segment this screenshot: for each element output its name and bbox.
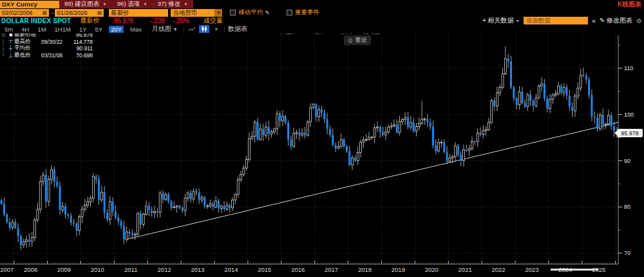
- svg-text:2020: 2020: [425, 266, 439, 273]
- volume-label: 成交量: [204, 16, 223, 25]
- svg-text:2010: 2010: [91, 266, 104, 273]
- period-button-1H1M[interactable]: 1H1M: [53, 26, 73, 33]
- modify-chart-label: 修改图表: [607, 17, 632, 24]
- svg-text:70: 70: [624, 250, 630, 256]
- period-button-5Y[interactable]: 5Y: [93, 26, 105, 33]
- reset-icon: ⊙: [348, 37, 353, 44]
- period-toolbar: 5m4H1M1H1M1Y5Y20YMax 月线图 ▼ | ▼ | 数据表: [0, 24, 644, 33]
- legend-row-low[interactable]: └ ⊥ 最低价 03/31/08 70.698: [1, 52, 93, 59]
- high-marker-icon: ⊤: [7, 39, 14, 45]
- bloomberg-chart-window: DXY Curncy 99) 建议图表 ▼96) 选项 ▼97) 修改 ▼ K线…: [0, 0, 644, 277]
- svg-text:2017: 2017: [325, 266, 338, 273]
- period-button-5m[interactable]: 5m: [3, 26, 15, 33]
- last-price-label: 最新价: [80, 16, 99, 25]
- legend-value: 90.911: [68, 45, 93, 52]
- add-data-input[interactable]: 添加数据: [524, 17, 588, 24]
- field-selector[interactable]: 最新价: [109, 9, 168, 17]
- period-button-Max[interactable]: Max: [128, 26, 144, 33]
- chevron-down-icon[interactable]: ▼: [214, 9, 222, 17]
- ticker-input[interactable]: DXY Curncy: [0, 1, 59, 8]
- mean-marker-icon: ┼: [7, 45, 14, 52]
- legend-date: 09/30/22: [41, 39, 68, 45]
- chart-interval-label: 月线图: [152, 25, 171, 32]
- svg-text:2012: 2012: [158, 266, 171, 273]
- checkbox-icon[interactable]: [287, 10, 292, 15]
- calendar-icon[interactable]: ▦: [97, 9, 102, 17]
- svg-text:2008: 2008: [24, 266, 37, 273]
- period-buttons: 5m4H1M1H1M1Y5Y20YMax: [3, 26, 148, 33]
- moving-average-label: 移动平均: [238, 8, 263, 17]
- key-events-label: 重要事件: [295, 8, 319, 17]
- last-price-value: 95.978: [113, 17, 133, 24]
- date-to-value: 01/28/2026: [57, 9, 88, 17]
- chevron-down-icon: ▼: [102, 2, 107, 6]
- date-range-dash: -: [52, 9, 53, 16]
- tree-connector: └: [1, 52, 7, 58]
- reset-button[interactable]: ⊙重设: [344, 35, 371, 45]
- chart-style-dropdown[interactable]: ▼: [214, 27, 218, 32]
- edit-chart-button[interactable]: ✎ 修改图表: [600, 16, 632, 25]
- svg-text:110: 110: [624, 65, 633, 72]
- tree-connector: ├: [1, 39, 7, 44]
- chart-actions-cluster: + 相关数据 ▼ 添加数据 « ✎ 修改图表 ⚙: [482, 16, 642, 25]
- menu-bar: 99) 建议图表 ▼96) 选项 ▼97) 修改 ▼: [59, 0, 193, 8]
- line-chart-icon[interactable]: [187, 25, 197, 33]
- candle-chart-icon[interactable]: [199, 25, 209, 33]
- svg-text:2014: 2014: [224, 266, 238, 273]
- quote-row: DOLLAR INDEX SPOT 最新价 95.978 -.239 -.25%…: [0, 17, 644, 24]
- chart-interval-dropdown[interactable]: 月线图 ▼: [152, 24, 178, 33]
- change-percent: -.25%: [173, 17, 189, 24]
- menu-item-2[interactable]: 97) 修改 ▼: [158, 0, 188, 8]
- moving-average-toggle[interactable]: 移动平均 ✎: [230, 8, 270, 17]
- legend-value: 114.778: [68, 39, 93, 45]
- svg-text:90: 90: [624, 158, 630, 164]
- divider: |: [183, 26, 185, 33]
- svg-text:2015: 2015: [258, 266, 271, 273]
- gear-icon[interactable]: ⚙: [636, 17, 642, 24]
- svg-text:2016: 2016: [291, 266, 305, 273]
- svg-text:2009: 2009: [57, 266, 71, 273]
- divider: |: [223, 26, 225, 33]
- period-button-1M[interactable]: 1M: [35, 26, 48, 33]
- menu-item-1[interactable]: 96) 选项 ▼: [117, 0, 147, 8]
- svg-text:2007: 2007: [0, 266, 14, 273]
- related-data-label: 相关数据: [488, 17, 514, 24]
- svg-text:2013: 2013: [191, 266, 204, 273]
- period-button-1Y[interactable]: 1Y: [77, 26, 89, 33]
- chevron-down-icon: ▼: [143, 2, 147, 6]
- legend-value: 70.698: [68, 52, 93, 59]
- security-name: DOLLAR INDEX SPOT: [1, 17, 71, 24]
- collapse-panel-button[interactable]: «: [592, 17, 596, 24]
- pencil-icon[interactable]: ✎: [265, 10, 270, 16]
- date-from-value: 02/02/2006: [2, 9, 33, 17]
- legend-date: 03/31/08: [41, 52, 68, 59]
- currency-selector[interactable]: 当地货币: [171, 9, 214, 17]
- period-button-4H[interactable]: 4H: [19, 26, 31, 33]
- svg-text:100: 100: [624, 111, 634, 118]
- svg-text:95.978: 95.978: [621, 130, 639, 137]
- svg-text:2022: 2022: [491, 266, 505, 273]
- checkbox-icon[interactable]: [230, 10, 236, 15]
- tree-connector: ├: [1, 46, 7, 52]
- date-to-input[interactable]: 01/28/2026 ▦: [55, 9, 104, 17]
- svg-text:2011: 2011: [124, 266, 137, 273]
- related-data-dropdown[interactable]: + 相关数据 ▼: [482, 16, 520, 25]
- period-button-20Y[interactable]: 20Y: [109, 26, 124, 33]
- price-chart-canvas[interactable]: 7080901001102007200820092010201120122013…: [0, 0, 644, 277]
- calendar-icon[interactable]: ▦: [42, 9, 47, 17]
- reset-label: 重设: [355, 36, 367, 44]
- svg-text:80: 80: [624, 204, 630, 210]
- change-value: -.239: [150, 17, 165, 24]
- key-events-toggle[interactable]: 重要事件: [287, 8, 319, 17]
- function-title: K线图表: [618, 0, 641, 9]
- menu-item-0[interactable]: 99) 建议图表 ▼: [64, 0, 107, 8]
- data-table-button[interactable]: 数据表: [228, 24, 247, 33]
- chevron-down-icon: ▼: [184, 2, 188, 6]
- legend-label: 最低价: [14, 52, 41, 59]
- chart-hscrollbar[interactable]: [551, 269, 598, 271]
- svg-text:2018: 2018: [358, 266, 372, 273]
- date-from-input[interactable]: 02/02/2006 ▦: [0, 9, 49, 17]
- low-marker-icon: ⊥: [7, 52, 14, 59]
- chart-legend: ⊟ ■ 最新价格 95.978 ├ ⊤ 最高价 09/30/22 114.778…: [1, 32, 93, 59]
- svg-text:2021: 2021: [459, 266, 472, 273]
